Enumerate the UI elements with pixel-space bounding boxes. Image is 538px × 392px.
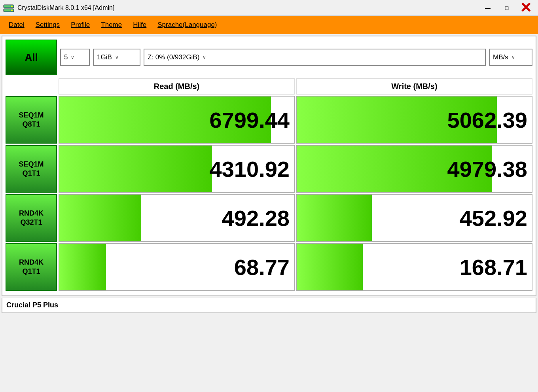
row-label-3: RND4KQ1T1 <box>6 243 57 291</box>
all-button[interactable]: All <box>6 40 57 75</box>
write-value-1: 4979.38 <box>447 156 527 182</box>
benchmark-rows: SEQ1MQ8T16799.445062.39SEQ1MQ1T14310.924… <box>6 96 532 291</box>
write-cell-3: 168.71 <box>296 243 532 291</box>
header-empty <box>6 78 57 95</box>
write-cell-0: 5062.39 <box>296 96 532 144</box>
controls-row: All 5 ∨ 1GiB ∨ Z: 0% (0/932GiB) ∨ MB/s ∨ <box>6 40 532 75</box>
size-chevron: ∨ <box>115 55 119 60</box>
benchmark-row-3: RND4KQ1T168.77168.71 <box>6 243 532 291</box>
write-value-3: 168.71 <box>460 254 527 280</box>
write-value-0: 5062.39 <box>447 107 527 133</box>
menu-item-theme[interactable]: Theme <box>95 16 127 34</box>
menu-item-profile[interactable]: Profile <box>65 16 95 34</box>
unit-select[interactable]: MB/s ∨ <box>489 49 532 66</box>
write-cell-1: 4979.38 <box>296 145 532 193</box>
read-value-1: 4310.92 <box>210 156 290 182</box>
read-cell-0: 6799.44 <box>59 96 295 144</box>
read-header: Read (MB/s) <box>59 78 295 95</box>
read-cell-1: 4310.92 <box>59 145 295 193</box>
menubar: DateiSettingsProfileThemeHilfeSprache(La… <box>0 16 538 34</box>
titlebar-controls: — □ ✕ <box>479 2 535 14</box>
row-label-2: RND4KQ32T1 <box>6 194 57 242</box>
svg-point-3 <box>11 9 13 11</box>
titlebar: CrystalDiskMark 8.0.1 x64 [Admin] — □ ✕ <box>0 0 538 16</box>
drive-select[interactable]: Z: 0% (0/932GiB) ∨ <box>144 49 486 66</box>
row-label-0: SEQ1MQ8T1 <box>6 96 57 144</box>
drive-value: Z: 0% (0/932GiB) <box>148 53 199 61</box>
close-button[interactable]: ✕ <box>517 2 535 14</box>
unit-chevron: ∨ <box>511 55 515 60</box>
size-select[interactable]: 1GiB ∨ <box>93 49 140 66</box>
close-icon: ✕ <box>520 1 532 15</box>
runs-value: 5 <box>64 53 68 61</box>
svg-rect-4 <box>4 6 10 7</box>
drive-chevron: ∨ <box>203 55 206 60</box>
write-value-2: 452.92 <box>460 205 527 231</box>
runs-chevron: ∨ <box>71 55 74 60</box>
main-content: All 5 ∨ 1GiB ∨ Z: 0% (0/932GiB) ∨ MB/s ∨… <box>2 36 536 296</box>
runs-select[interactable]: 5 ∨ <box>60 49 90 66</box>
benchmark-row-2: RND4KQ32T1492.28452.92 <box>6 194 532 242</box>
maximize-button[interactable]: □ <box>498 2 516 14</box>
svg-point-2 <box>11 6 13 7</box>
menu-item-settings[interactable]: Settings <box>30 16 65 34</box>
app-icon <box>3 2 14 13</box>
read-cell-2: 492.28 <box>59 194 295 242</box>
read-value-2: 492.28 <box>222 205 290 231</box>
read-value-0: 6799.44 <box>210 107 290 133</box>
benchmark-row-1: SEQ1MQ1T14310.924979.38 <box>6 145 532 193</box>
write-cell-2: 452.92 <box>296 194 532 242</box>
statusbar: Crucial P5 Plus <box>2 298 536 313</box>
benchmark-grid: Read (MB/s) Write (MB/s) <box>6 78 532 95</box>
read-value-3: 68.77 <box>234 254 290 280</box>
menu-item-sprache[interactable]: Sprache(Language) <box>152 16 222 34</box>
menu-item-hilfe[interactable]: Hilfe <box>127 16 152 34</box>
svg-rect-5 <box>4 9 10 11</box>
menu-item-datei[interactable]: Datei <box>3 16 30 34</box>
titlebar-title: CrystalDiskMark 8.0.1 x64 [Admin] <box>17 4 114 11</box>
unit-value: MB/s <box>493 53 508 61</box>
benchmark-row-0: SEQ1MQ8T16799.445062.39 <box>6 96 532 144</box>
drive-name: Crucial P5 Plus <box>6 301 58 309</box>
size-value: 1GiB <box>97 53 112 61</box>
read-cell-3: 68.77 <box>59 243 295 291</box>
titlebar-left: CrystalDiskMark 8.0.1 x64 [Admin] <box>3 2 114 13</box>
write-header: Write (MB/s) <box>296 78 532 95</box>
row-label-1: SEQ1MQ1T1 <box>6 145 57 193</box>
minimize-button[interactable]: — <box>479 2 497 14</box>
